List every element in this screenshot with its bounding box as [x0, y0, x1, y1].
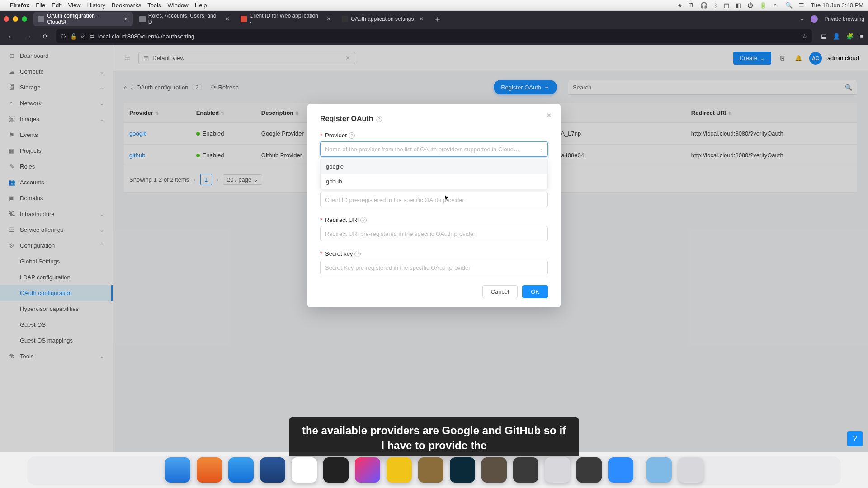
tab-label: OAuth configuration - CloudSt [47, 13, 118, 25]
url-text: local.cloud:8080/client/#/oauthsetting [98, 33, 194, 40]
lock-icon[interactable]: 🔒 [70, 33, 77, 40]
info-icon[interactable]: ? [360, 217, 367, 223]
browser-tab[interactable]: OAuth application settings✕ [337, 12, 428, 26]
status-icon[interactable]: ⏻ [747, 2, 753, 9]
status-icon[interactable]: ▤ [724, 2, 729, 9]
info-icon[interactable]: ? [349, 132, 355, 139]
search-icon[interactable]: 🔍 [785, 2, 793, 9]
bluetooth-icon[interactable]: ᛒ [714, 2, 717, 9]
browser-tab[interactable]: Roles, Accounts, Users, and D✕ [135, 12, 234, 26]
app-menu-icon[interactable]: ≡ [860, 33, 863, 40]
status-icon[interactable]: ⎈ [678, 2, 682, 9]
dropdown-option-github[interactable]: github [321, 174, 547, 189]
dock-app-terminal[interactable] [323, 457, 349, 483]
shield-icon[interactable]: 🛡 [61, 33, 66, 40]
forward-button[interactable]: → [22, 33, 34, 40]
help-button[interactable]: ? [847, 431, 863, 446]
ok-button[interactable]: OK [522, 285, 548, 298]
dock-app-finder[interactable] [165, 457, 190, 483]
close-icon[interactable]: ✕ [225, 16, 230, 22]
clear-icon[interactable]: ◦ [541, 146, 543, 153]
info-icon[interactable]: ? [354, 251, 361, 257]
reload-button[interactable]: ⟳ [39, 33, 52, 40]
modal-overlay[interactable]: Register OAuth ? ✕ *Provider? Name of th… [0, 45, 868, 452]
dock-app[interactable] [450, 457, 475, 483]
close-icon[interactable]: ✕ [419, 16, 424, 22]
dock-app[interactable] [387, 457, 412, 483]
menu-edit[interactable]: Edit [52, 2, 61, 9]
dock-app[interactable] [545, 457, 570, 483]
close-icon[interactable]: ✕ [124, 16, 128, 22]
browser-tab[interactable]: Client ID for Web application -✕ [236, 12, 335, 26]
browser-tab-strip: OAuth configuration - CloudSt✕ Roles, Ac… [0, 11, 868, 27]
menu-window[interactable]: Window [168, 2, 189, 9]
cancel-button[interactable]: Cancel [482, 285, 518, 298]
menubar-app-name[interactable]: Firefox [10, 2, 29, 9]
permission-icon[interactable]: ⊘ [81, 33, 86, 40]
menu-history[interactable]: History [87, 2, 105, 9]
dock-separator [640, 459, 640, 481]
macos-dock [0, 452, 868, 488]
bookmark-star-icon[interactable]: ☆ [802, 33, 807, 40]
secret-input[interactable] [320, 260, 548, 275]
dock-app[interactable] [513, 457, 538, 483]
status-icon[interactable]: ◧ [736, 2, 741, 9]
menu-file[interactable]: File [36, 2, 45, 9]
field-label-provider: *Provider? [320, 132, 548, 139]
menu-help[interactable]: Help [195, 2, 207, 9]
dock-app[interactable] [481, 457, 507, 483]
select-placeholder: Name of the provider from the list of OA… [325, 146, 519, 153]
dock-app-word[interactable] [260, 457, 285, 483]
private-browsing-label: Private browsing [824, 16, 864, 22]
macos-menubar: Firefox File Edit View History Bookmarks… [0, 0, 868, 11]
downloads-icon[interactable]: ⬓ [821, 33, 826, 40]
account-icon[interactable]: 👤 [833, 33, 840, 40]
tab-overflow-icon[interactable]: ⌄ [800, 16, 804, 22]
menu-tools[interactable]: Tools [147, 2, 161, 9]
control-center-icon[interactable]: ☰ [799, 2, 804, 9]
tab-label: OAuth application settings [351, 16, 414, 22]
clientid-input[interactable] [320, 192, 548, 207]
dock-app[interactable] [197, 457, 222, 483]
dock-app[interactable] [576, 457, 602, 483]
status-icon[interactable]: 🎧 [700, 2, 708, 9]
dock-app-slack[interactable] [292, 457, 317, 483]
connection-icon[interactable]: ⇄ [90, 33, 94, 40]
provider-select[interactable]: Name of the provider from the list of OA… [320, 141, 548, 157]
status-icon[interactable]: 🗓 [688, 2, 694, 9]
menu-bookmarks[interactable]: Bookmarks [112, 2, 141, 9]
modal-title: Register OAuth ? [320, 115, 548, 123]
private-mask-icon [811, 15, 818, 23]
dock-app-intellij[interactable] [355, 457, 380, 483]
register-oauth-modal: Register OAuth ? ✕ *Provider? Name of th… [307, 104, 561, 307]
redirect-input[interactable] [320, 226, 548, 241]
dock-app[interactable] [418, 457, 443, 483]
close-icon[interactable]: ✕ [326, 16, 331, 22]
extensions-icon[interactable]: 🧩 [846, 33, 854, 40]
field-label-secret: *Secret key? [320, 250, 548, 257]
back-button[interactable]: ← [5, 33, 17, 40]
browser-toolbar: ← → ⟳ 🛡 🔒 ⊘ ⇄ local.cloud:8080/client/#/… [0, 27, 868, 45]
address-bar[interactable]: 🛡 🔒 ⊘ ⇄ local.cloud:8080/client/#/oauths… [56, 29, 812, 43]
tab-label: Client ID for Web application - [250, 13, 321, 25]
info-icon[interactable]: ? [376, 116, 382, 122]
menu-view[interactable]: View [68, 2, 81, 9]
dock-downloads[interactable] [646, 457, 672, 483]
wifi-icon[interactable]: ᯤ [773, 2, 779, 9]
tab-label: Roles, Accounts, Users, and D [148, 13, 220, 25]
dock-app-zoom[interactable] [608, 457, 633, 483]
battery-icon[interactable]: 🔋 [760, 2, 767, 9]
field-label-redirect: *Redirect URI? [320, 216, 548, 223]
provider-dropdown: google github [320, 159, 548, 189]
menubar-clock[interactable]: Tue 18 Jun 3:40 PM [811, 2, 863, 9]
browser-tab[interactable]: OAuth configuration - CloudSt✕ [33, 12, 133, 26]
dock-app-appstore[interactable] [228, 457, 254, 483]
window-controls[interactable] [4, 16, 27, 22]
dropdown-option-google[interactable]: google [321, 159, 547, 174]
dock-trash[interactable] [678, 457, 703, 483]
close-icon[interactable]: ✕ [547, 112, 552, 119]
new-tab-button[interactable]: ＋ [434, 14, 442, 24]
